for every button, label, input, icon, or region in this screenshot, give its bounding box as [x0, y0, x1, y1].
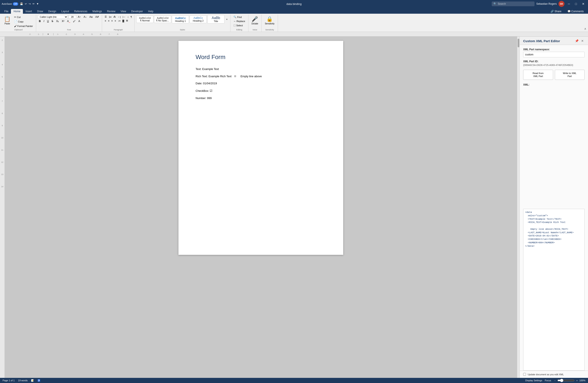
minimize-button[interactable]: ─: [566, 1, 572, 6]
save-icon[interactable]: 💾: [20, 2, 23, 5]
update-label[interactable]: Update document as you edit XML: [528, 373, 564, 376]
customize-icon[interactable]: ✏: [33, 2, 35, 5]
font-size-input[interactable]: [68, 15, 76, 19]
numbering-button[interactable]: 1≡: [108, 15, 112, 19]
font-color-button[interactable]: A_: [66, 19, 71, 23]
tab-view[interactable]: View: [118, 9, 129, 14]
show-marks-button[interactable]: ¶: [130, 15, 133, 19]
multilevel-button[interactable]: ⁂: [113, 15, 117, 19]
close-button[interactable]: ✕: [580, 1, 586, 6]
autosave-badge[interactable]: AutoSave Off: [2, 2, 18, 6]
change-case-button[interactable]: Aa: [88, 15, 94, 19]
margin-num-14: 14: [1, 185, 3, 197]
tab-references[interactable]: References: [72, 9, 90, 14]
tab-insert[interactable]: Insert: [23, 9, 34, 14]
tab-comments[interactable]: 💬 Comments: [565, 9, 586, 14]
highlight-button[interactable]: 🖊: [72, 19, 77, 23]
namespace-label: XML Part namespace:: [523, 48, 585, 51]
redo-icon[interactable]: ↪: [29, 2, 31, 5]
dropdown-icon[interactable]: ▼: [36, 2, 39, 5]
text-color-button[interactable]: A: [77, 19, 81, 23]
write-xml-button[interactable]: Write to XMLPart: [555, 70, 585, 80]
doc-area[interactable]: Word Form Text: Example Text Rich Text: …: [5, 37, 517, 378]
style-nospace[interactable]: AaBbCcDd ¶ No Spac...: [154, 16, 171, 23]
align-left-button[interactable]: ≡: [104, 19, 107, 22]
cut-button[interactable]: ✂ Cut: [13, 15, 34, 19]
line-spacing-button[interactable]: ↕≡: [117, 19, 121, 22]
search-icon: 🔍: [493, 2, 497, 5]
align-center-button[interactable]: ≡: [107, 19, 110, 22]
decrease-font-button[interactable]: A↓: [83, 15, 88, 19]
zoom-level[interactable]: 100%: [579, 379, 586, 382]
borders-button[interactable]: ⊞: [125, 19, 129, 22]
copy-button[interactable]: 📄 Copy: [13, 20, 34, 24]
read-xml-button[interactable]: Read fromXML Part: [523, 70, 553, 80]
increase-font-button[interactable]: A↑: [77, 15, 82, 19]
subscript-button[interactable]: X₂: [55, 19, 60, 23]
style-normal[interactable]: AaBbCcDd ¶ Normal: [136, 16, 153, 23]
underline-button[interactable]: U: [46, 19, 50, 23]
justify-button[interactable]: ≡: [114, 19, 117, 22]
zoom-out-button[interactable]: －: [554, 379, 556, 382]
field-text: Text: Example Text: [196, 67, 326, 71]
scroll-thumb[interactable]: [518, 39, 519, 47]
update-checkbox[interactable]: [523, 373, 526, 376]
xml-panel-close-button[interactable]: ✕: [580, 39, 585, 43]
styles-expand-button[interactable]: ▼: [225, 18, 229, 21]
sensitivity-button[interactable]: 🔒 Sensitivity: [263, 15, 276, 26]
bullets-button[interactable]: ☰: [104, 15, 108, 19]
search-input[interactable]: [492, 1, 534, 6]
undo-icon[interactable]: ↩: [25, 2, 27, 5]
strikethrough-button[interactable]: S̶: [50, 19, 54, 23]
ribbon-collapse-button[interactable]: ∧: [583, 26, 587, 31]
tab-review[interactable]: Review: [105, 9, 118, 14]
clear-format-button[interactable]: A✗: [94, 15, 100, 19]
select-button[interactable]: ⬚ Select: [232, 23, 246, 27]
accessibility-icon[interactable]: ♿: [38, 379, 41, 382]
tab-design[interactable]: Design: [45, 9, 59, 14]
xml-panel: Custom XML Part Editor 📌 ✕ XML Part name…: [520, 37, 588, 378]
bold-button[interactable]: B: [38, 19, 42, 23]
tab-help[interactable]: Help: [146, 9, 156, 14]
focus-btn[interactable]: Focus: [545, 379, 551, 382]
replace-button[interactable]: ↔ Replace: [232, 19, 246, 23]
decrease-indent-button[interactable]: ←|: [117, 15, 122, 19]
italic-button[interactable]: I: [42, 19, 45, 23]
style-heading1[interactable]: AaBbCc Heading 1: [172, 15, 189, 23]
shading-button[interactable]: ▓: [122, 19, 125, 22]
proofing-icon[interactable]: 📝: [31, 379, 34, 382]
page-title[interactable]: Word Form: [196, 54, 326, 61]
xml-code-area[interactable]: <data xmlns="custom"> <TEXT>Example Text…: [523, 209, 585, 371]
increase-indent-button[interactable]: |→: [122, 15, 126, 19]
paste-button[interactable]: 📋 Paste: [2, 15, 12, 26]
autosave-toggle[interactable]: Off: [13, 2, 18, 6]
display-settings-btn[interactable]: Display Settings: [525, 379, 542, 382]
align-right-button[interactable]: ≡: [110, 19, 113, 22]
maximize-button[interactable]: □: [573, 1, 579, 6]
format-painter-button[interactable]: 🖌 Format Painter: [13, 24, 34, 28]
style-title[interactable]: AaBb Title: [207, 15, 225, 23]
tab-layout[interactable]: Layout: [59, 9, 72, 14]
tab-draw[interactable]: Draw: [34, 9, 45, 14]
search-wrap: 🔍: [492, 1, 534, 6]
font-family-select[interactable]: Calibri Light (He: [38, 15, 68, 19]
word-count: 19 words: [18, 379, 28, 382]
xml-panel-pin-button[interactable]: 📌: [574, 39, 579, 43]
tab-mailings[interactable]: Mailings: [90, 9, 105, 14]
scrollbar-v[interactable]: [517, 37, 520, 378]
style-heading2[interactable]: AaBbCc Heading 2: [189, 15, 207, 23]
find-button[interactable]: 🔍 Find: [232, 15, 246, 19]
checkbox-value[interactable]: ☑: [210, 89, 212, 92]
tab-developer[interactable]: Developer: [129, 9, 146, 14]
tab-share[interactable]: 🔗 Share: [548, 9, 564, 14]
namespace-input[interactable]: [523, 52, 585, 57]
superscript-button[interactable]: X²: [61, 19, 65, 23]
tab-home[interactable]: Home: [11, 9, 23, 14]
tab-file[interactable]: File: [2, 9, 11, 14]
page[interactable]: Word Form Text: Example Text Rich Text: …: [178, 41, 343, 255]
font-controls: Calibri Light (He A↑ A↓ Aa A✗ B I U S̶ X…: [38, 15, 100, 23]
sort-button[interactable]: ↕: [127, 15, 130, 19]
dictate-button[interactable]: 🎤 Dictate: [250, 15, 260, 26]
zoom-in-button[interactable]: ＋: [576, 379, 578, 382]
zoom-slider[interactable]: [557, 379, 574, 382]
